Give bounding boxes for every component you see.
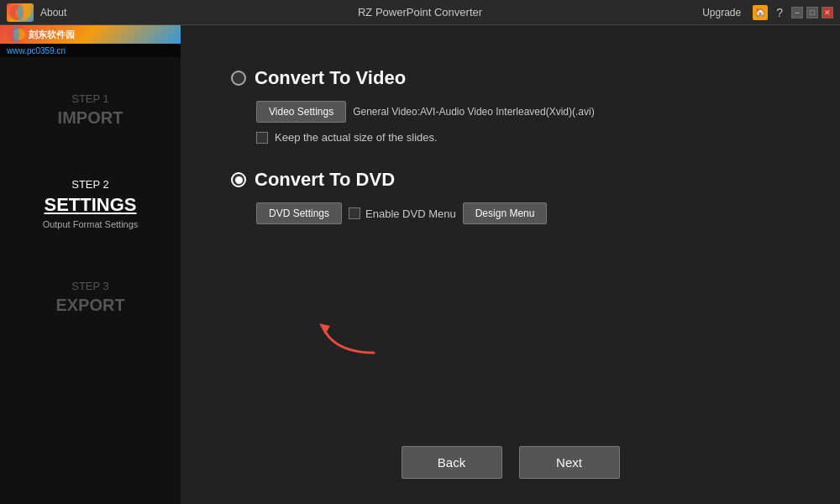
dvd-option-label: Convert To DVD [255,169,395,191]
content-area: Convert To Video Video Settings General … [181,25,840,504]
step3-number: STEP 3 [8,280,172,292]
maximize-button[interactable]: □ [806,7,818,18]
dvd-radio-row: Convert To DVD [231,169,790,191]
keep-size-checkbox[interactable] [256,132,268,144]
video-radio-row: Convert To Video [231,67,790,89]
design-menu-button[interactable]: Design Menu [463,202,548,224]
arrow-icon [315,311,382,361]
step2-name: SETTINGS [8,194,172,216]
dvd-radio[interactable] [231,172,246,187]
close-button[interactable]: ✕ [822,7,833,18]
video-settings-button[interactable]: Video Settings [256,101,346,123]
step1-number: STEP 1 [8,92,172,105]
back-button[interactable]: Back [402,446,502,479]
svg-marker-6 [319,323,330,334]
title-bar-left: About [7,3,66,22]
app-logo [7,3,34,22]
sidebar-item-import[interactable]: STEP 1 IMPORT [0,67,181,153]
enable-dvd-menu-checkbox[interactable] [349,207,360,219]
next-button[interactable]: Next [519,446,620,479]
keep-size-label: Keep the actual size of the slides. [275,131,438,144]
dvd-section: Convert To DVD DVD Settings Enable DVD M… [231,169,790,224]
enable-dvd-menu-row: Enable DVD Menu [349,207,456,220]
dvd-settings-row: DVD Settings Enable DVD Menu Design Menu [256,202,790,224]
help-icon[interactable]: ? [776,6,783,19]
keep-size-row: Keep the actual size of the slides. [256,131,790,144]
sidebar-item-export[interactable]: STEP 3 EXPORT [0,255,181,340]
video-settings-row: Video Settings General Video:AVI-Audio V… [256,101,790,123]
upgrade-label[interactable]: Upgrade [702,7,741,18]
title-bar-right: Upgrade 🏠 ? – □ ✕ [702,5,833,20]
title-bar: About RZ PowerPoint Converter Upgrade 🏠 … [0,0,840,25]
sidebar-item-settings[interactable]: STEP 2 SETTINGS Output Format Settings [0,153,181,255]
minimize-button[interactable]: – [791,7,803,18]
arrow-annotation [315,311,382,365]
video-option-label: Convert To Video [255,67,406,89]
step3-name: EXPORT [8,296,172,315]
svg-point-2 [17,5,24,20]
bottom-buttons: Back Next [231,429,790,479]
video-settings-text: General Video:AVI-Audio Video Interleave… [353,106,595,118]
video-sub-controls: Video Settings General Video:AVI-Audio V… [231,101,790,144]
about-link[interactable]: About [40,7,66,18]
dvd-sub-controls: DVD Settings Enable DVD Menu Design Menu [231,202,790,224]
main-layout: STEP 1 IMPORT STEP 2 SETTINGS Output For… [0,25,840,504]
enable-dvd-menu-label: Enable DVD Menu [365,207,456,220]
step1-name: IMPORT [8,108,172,128]
video-radio[interactable] [231,71,246,86]
window-controls: – □ ✕ [791,7,833,18]
step2-sub: Output Format Settings [8,219,172,229]
video-section: Convert To Video Video Settings General … [231,67,790,144]
app-title: RZ PowerPoint Converter [358,6,482,18]
sidebar: STEP 1 IMPORT STEP 2 SETTINGS Output For… [0,25,181,504]
upgrade-icon[interactable]: 🏠 [753,5,768,20]
dvd-settings-button[interactable]: DVD Settings [256,202,342,224]
step2-number: STEP 2 [8,178,172,191]
